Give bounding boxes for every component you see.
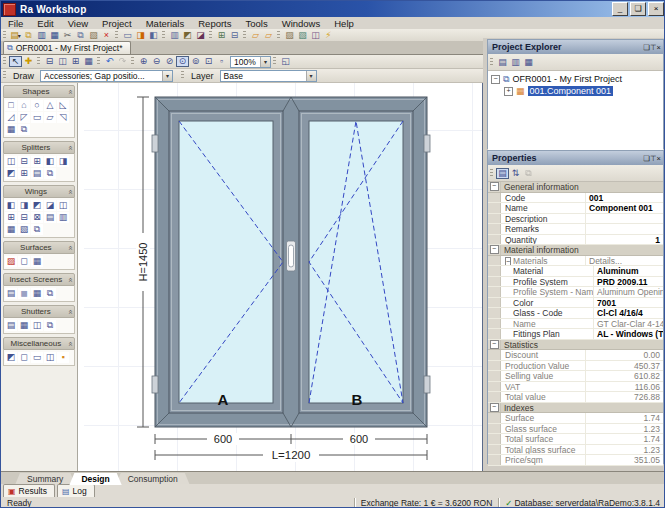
- new-offer-folder-icon[interactable]: ▱: [249, 30, 262, 41]
- property-row[interactable]: Total glass surface1.23: [488, 445, 663, 456]
- category-expander-icon[interactable]: −: [490, 340, 499, 349]
- collapse-chevron-icon[interactable]: «: [66, 277, 74, 281]
- import-data-icon[interactable]: ⊞: [215, 30, 228, 41]
- show-properties-icon[interactable]: ▤: [496, 57, 509, 68]
- screen-frame-icon[interactable]: ▤: [5, 288, 17, 299]
- print-preview-icon[interactable]: ▭: [121, 30, 134, 41]
- property-row[interactable]: Total surface1.74: [488, 434, 663, 445]
- split-multi-icon[interactable]: ▤: [31, 168, 43, 179]
- collapse-chevron-icon[interactable]: «: [66, 245, 74, 249]
- property-value[interactable]: Aluminum Opening System: [594, 287, 663, 297]
- shape-triangle-icon[interactable]: △: [44, 100, 56, 111]
- section-header-shutters[interactable]: Shutters«: [3, 305, 75, 318]
- shape-circle-icon[interactable]: ○: [31, 100, 43, 111]
- property-row[interactable]: Total value726.88: [488, 392, 663, 403]
- collapse-chevron-icon[interactable]: «: [66, 341, 74, 345]
- wing-double-icon[interactable]: ◫: [57, 200, 69, 211]
- collapse-chevron-icon[interactable]: «: [66, 145, 74, 149]
- copy-icon[interactable]: ⧉: [74, 30, 87, 41]
- property-row[interactable]: Profile System - NameAluminum Opening Sy…: [488, 287, 663, 298]
- wing-top-hung-icon[interactable]: ⊞: [5, 212, 17, 223]
- zoom-window-icon[interactable]: ⊡: [202, 56, 215, 67]
- wing-pivot-icon[interactable]: ▦: [5, 224, 17, 235]
- wing-tilt-turn-icon[interactable]: ◪: [44, 200, 56, 211]
- shape-trapezoid-left-icon[interactable]: ◸: [18, 112, 30, 123]
- menu-file[interactable]: File: [1, 18, 30, 29]
- property-row[interactable]: Price/sqm351.05: [488, 455, 663, 466]
- zoom-previous-icon[interactable]: ⊘: [163, 56, 176, 67]
- alphabetical-sort-icon[interactable]: ⇅: [509, 168, 522, 179]
- collapse-chevron-icon[interactable]: «: [66, 89, 74, 93]
- category-expander-icon[interactable]: −: [490, 182, 499, 191]
- redo-icon[interactable]: ↷: [116, 56, 129, 67]
- panel-close-button[interactable]: ×: [657, 43, 661, 52]
- property-value[interactable]: Component 001: [586, 203, 663, 213]
- tree-item[interactable]: −⧉OFR0001 - My First Project: [488, 73, 663, 85]
- design-canvas[interactable]: A B H=1450 600 6: [84, 83, 483, 473]
- screen-roll-icon[interactable]: ▦: [31, 288, 43, 299]
- property-row[interactable]: NameComponent 001: [488, 203, 663, 214]
- property-pages-icon[interactable]: ⧉: [522, 168, 535, 179]
- property-value[interactable]: PRD 2009.11: [594, 277, 663, 287]
- fit-page-icon[interactable]: ◱: [279, 56, 292, 67]
- wing-custom-icon[interactable]: ▧: [18, 224, 30, 235]
- layer-combobox[interactable]: Base ▾: [220, 70, 317, 82]
- property-category[interactable]: −Indexes: [488, 403, 663, 414]
- production-icon[interactable]: ▧: [296, 30, 309, 41]
- export-data-icon[interactable]: ⊟: [228, 30, 241, 41]
- shape-parallelogram-icon[interactable]: ▱: [44, 112, 56, 123]
- shutter-roll-icon[interactable]: ▦: [18, 320, 30, 331]
- split-grid-icon[interactable]: ⊞: [69, 56, 82, 67]
- shutter-slat-icon[interactable]: ◫: [31, 320, 43, 331]
- shape-left-triangle-icon[interactable]: ◿: [5, 112, 17, 123]
- quick-calculation-icon[interactable]: ⚡: [322, 30, 335, 41]
- tab-design[interactable]: Design: [69, 473, 121, 485]
- property-category[interactable]: −Statistics: [488, 340, 663, 351]
- panel-close-button[interactable]: ×: [657, 154, 661, 163]
- zoom-out-icon[interactable]: ⊖: [150, 56, 163, 67]
- production-report-icon[interactable]: ◪: [194, 30, 207, 41]
- property-row[interactable]: NameGT Clar-Clar 4-14-4: [488, 319, 663, 330]
- wing-fixed-icon[interactable]: ⊠: [31, 212, 43, 223]
- split-corner-icon[interactable]: ◩: [5, 168, 17, 179]
- split-custom-icon[interactable]: ▦: [82, 56, 95, 67]
- shutter-library-icon[interactable]: ⧉: [44, 320, 56, 331]
- property-value[interactable]: 1.23: [586, 424, 663, 434]
- property-row[interactable]: −MaterialsDetails...: [488, 256, 663, 267]
- save-icon[interactable]: ▥: [35, 30, 48, 41]
- split-vertical-icon[interactable]: ◫: [56, 56, 69, 67]
- misc-blank-icon[interactable]: ◻: [18, 352, 30, 363]
- shape-custom-icon[interactable]: ▦: [5, 124, 17, 135]
- accounting-icon[interactable]: ◫: [309, 30, 322, 41]
- property-row[interactable]: Discount0.00: [488, 350, 663, 361]
- split-vertical-icon[interactable]: ◫: [5, 156, 17, 167]
- wing-tilt-icon[interactable]: ◩: [31, 200, 43, 211]
- tree-item[interactable]: +▦001.Component 001: [488, 85, 663, 97]
- wing-left-icon[interactable]: ◧: [5, 200, 17, 211]
- wing-sliding-icon[interactable]: ▤: [44, 212, 56, 223]
- tab-log[interactable]: ▤Log: [57, 484, 95, 497]
- shape-trapezoid-icon[interactable]: ▭: [31, 112, 43, 123]
- property-row[interactable]: VAT116.06: [488, 382, 663, 393]
- wing-library-icon[interactable]: ⧉: [31, 224, 43, 235]
- screen-fixed-icon[interactable]: ◼: [18, 288, 30, 299]
- menu-edit[interactable]: Edit: [30, 18, 60, 29]
- property-row[interactable]: Quantity1: [488, 235, 663, 246]
- section-header-wings[interactable]: Wings«: [3, 185, 75, 198]
- chevron-down-icon[interactable]: ▾: [18, 33, 21, 39]
- property-row[interactable]: Glass surface1.23: [488, 424, 663, 435]
- misc-panel-icon[interactable]: ▭: [31, 352, 43, 363]
- property-value[interactable]: [586, 224, 663, 234]
- split-horizontal-icon[interactable]: ⊟: [43, 56, 56, 67]
- component-report-icon[interactable]: ▥: [168, 30, 181, 41]
- zoom-all-icon[interactable]: ⊚: [189, 56, 202, 67]
- split-cross-icon[interactable]: ⊞: [18, 168, 30, 179]
- page-setup-icon[interactable]: ◨: [134, 30, 147, 41]
- open-project-icon[interactable]: ⧉: [22, 30, 35, 41]
- property-value[interactable]: AL - Windows (Type II): [594, 329, 663, 339]
- surface-fill-icon[interactable]: ▦: [31, 256, 43, 267]
- property-value[interactable]: 0.00: [586, 350, 663, 360]
- section-header-splitters[interactable]: Splitters«: [3, 141, 75, 154]
- property-row[interactable]: Production Value450.37: [488, 361, 663, 372]
- undo-icon[interactable]: ↶: [103, 56, 116, 67]
